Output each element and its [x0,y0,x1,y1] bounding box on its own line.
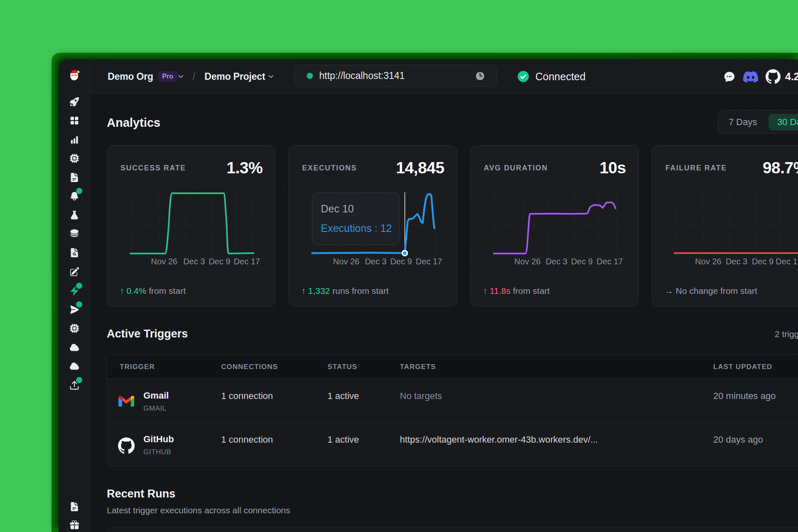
svg-text:Dec 3: Dec 3 [726,257,747,266]
svg-text:Dec 9: Dec 9 [209,257,230,266]
svg-text:Nov 26: Nov 26 [151,257,177,266]
svg-text:Nov 26: Nov 26 [514,257,540,266]
svg-text:Dec 17: Dec 17 [416,257,442,266]
svg-text:Dec 9: Dec 9 [752,257,773,266]
svg-text:Nov 26: Nov 26 [695,257,721,266]
svg-text:Dec 17: Dec 17 [234,257,260,266]
svg-text:Dec 9: Dec 9 [571,257,593,266]
svg-text:Dec 3: Dec 3 [365,257,387,266]
svg-text:Dec 3: Dec 3 [183,257,205,266]
svg-text:Dec 9: Dec 9 [390,257,412,266]
svg-text:Dec 10: Dec 10 [321,203,354,214]
svg-text:Dec 17: Dec 17 [776,257,798,266]
svg-text:Nov 26: Nov 26 [333,257,359,266]
svg-text:Dec 17: Dec 17 [596,257,623,266]
svg-text:Dec 3: Dec 3 [546,257,567,266]
svg-text:Executions : 12: Executions : 12 [321,222,392,234]
